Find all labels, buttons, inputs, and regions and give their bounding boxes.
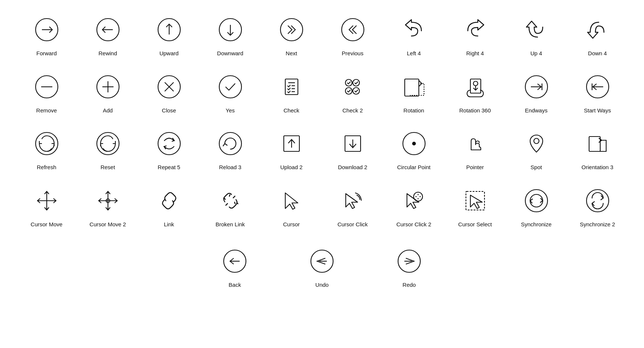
svg-line-55	[226, 203, 228, 206]
icon-add	[93, 72, 123, 102]
icon-label-reload3: Reload 3	[219, 164, 241, 171]
svg-point-27	[353, 88, 359, 94]
icon-item-cursorclick2: Cursor Click 2	[385, 186, 443, 228]
icon-cursor	[277, 186, 306, 216]
icon-item-spot: Spot	[507, 129, 565, 171]
svg-point-47	[412, 142, 416, 145]
icon-label-next: Next	[286, 50, 297, 57]
icon-item-brokenlink: Broken Link	[201, 186, 259, 228]
svg-line-57	[229, 194, 230, 197]
icon-downward	[216, 15, 245, 45]
icon-item-remove: Remove	[18, 72, 75, 114]
icon-undo	[307, 246, 337, 276]
icon-cursorselect	[460, 186, 490, 216]
icon-reset	[93, 129, 123, 158]
icon-label-refresh: Refresh	[37, 164, 56, 171]
icon-label-reset: Reset	[101, 164, 115, 171]
icon-label-spot: Spot	[530, 164, 542, 171]
icon-label-repeat5: Repeat 5	[158, 164, 180, 171]
icon-synchronize	[522, 186, 551, 216]
icon-item-yes: Yes	[201, 72, 259, 114]
icon-item-link: Link	[140, 186, 198, 228]
icon-item-redo: Redo	[381, 246, 438, 289]
icon-download2	[338, 129, 368, 158]
icon-spot	[522, 129, 551, 158]
icon-item-reload3: Reload 3	[201, 129, 259, 171]
icon-label-remove: Remove	[36, 107, 57, 114]
icon-label-download2: Download 2	[338, 164, 367, 171]
icon-label-orientation3: Orientation 3	[582, 164, 614, 171]
icon-label-pointer: Pointer	[466, 164, 484, 171]
svg-point-30	[473, 81, 478, 86]
icon-label-back: Back	[229, 281, 241, 289]
icon-close	[154, 72, 184, 102]
icon-label-circularpoint: Circular Point	[397, 164, 430, 171]
svg-point-26	[345, 88, 352, 94]
icon-item-upload2: Upload 2	[263, 129, 320, 171]
icon-back	[220, 246, 250, 276]
icon-item-synchronize: Synchronize	[507, 186, 565, 228]
icon-label-cursormove: Cursor Move	[31, 221, 63, 228]
icon-item-next: Next	[263, 15, 320, 57]
icon-item-upward: Upward	[140, 15, 198, 57]
icon-remove	[32, 72, 62, 102]
icon-item-rotation360: Rotation 360	[446, 72, 504, 114]
icon-label-check: Check	[283, 107, 299, 114]
icon-redo	[394, 246, 424, 276]
icon-link	[154, 186, 184, 216]
icon-label-cursorclick2: Cursor Click 2	[396, 221, 431, 228]
icon-label-yes: Yes	[226, 107, 234, 114]
icon-item-repeat5: Repeat 5	[140, 129, 198, 171]
icon-next	[277, 15, 306, 45]
icon-label-downward: Downward	[217, 50, 243, 57]
svg-point-24	[345, 79, 352, 86]
icon-item-up4: Up 4	[507, 15, 565, 57]
icon-item-cursorselect: Cursor Select	[446, 186, 504, 228]
icon-label-rotation: Rotation	[404, 107, 424, 114]
icon-item-synchronize2: Synchronize 2	[569, 186, 626, 228]
icon-item-close: Close	[140, 72, 198, 114]
icon-label-cursorselect: Cursor Select	[458, 221, 492, 228]
icon-endways	[522, 72, 551, 102]
svg-point-41	[219, 132, 242, 155]
icon-label-rotation360: Rotation 360	[459, 107, 491, 114]
svg-rect-28	[405, 79, 419, 96]
icon-item-left4: Left 4	[385, 15, 443, 57]
icon-brokenlink	[216, 186, 245, 216]
icon-pointer	[460, 129, 490, 158]
icon-item-add: Add	[79, 72, 137, 114]
icon-item-reset: Reset	[79, 129, 137, 171]
icon-label-startways: Start Ways	[584, 107, 611, 114]
icon-forward	[32, 15, 62, 45]
icon-item-cursormove: Cursor Move	[18, 186, 75, 228]
icon-item-back: Back	[206, 246, 264, 289]
icon-item-rotation: Rotation	[385, 72, 443, 114]
icon-label-cursor: Cursor	[283, 221, 300, 228]
icon-label-synchronize2: Synchronize 2	[580, 221, 615, 228]
icon-yes	[216, 72, 245, 102]
icon-item-cursor: Cursor	[263, 186, 320, 228]
icon-cursorclick	[338, 186, 368, 216]
icon-item-circularpoint: Circular Point	[385, 129, 443, 171]
icon-item-check2: Check 2	[324, 72, 381, 114]
icon-item-orientation3: Orientation 3	[569, 129, 626, 171]
icon-item-cursorclick: Cursor Click	[324, 186, 381, 228]
icon-item-startways: Start Ways	[569, 72, 626, 114]
icon-item-undo: Undo	[293, 246, 351, 289]
icon-item-endways: Endways	[507, 72, 565, 114]
icon-label-check2: Check 2	[342, 107, 363, 114]
icon-item-refresh: Refresh	[18, 129, 75, 171]
svg-rect-19	[285, 79, 298, 95]
icon-left4	[399, 15, 429, 45]
icon-label-cursormove2: Cursor Move 2	[89, 221, 126, 228]
icon-startways	[583, 72, 612, 102]
icon-circularpoint	[399, 129, 429, 158]
icon-rotation	[399, 72, 429, 102]
icon-down4	[583, 15, 612, 45]
icon-label-previous: Previous	[342, 50, 363, 57]
icon-item-cursormove2: Cursor Move 2	[79, 186, 137, 228]
svg-line-58	[234, 202, 235, 204]
icon-item-forward: Forward	[18, 15, 75, 57]
icon-label-redo: Redo	[402, 281, 416, 289]
icon-label-endways: Endways	[525, 107, 548, 114]
